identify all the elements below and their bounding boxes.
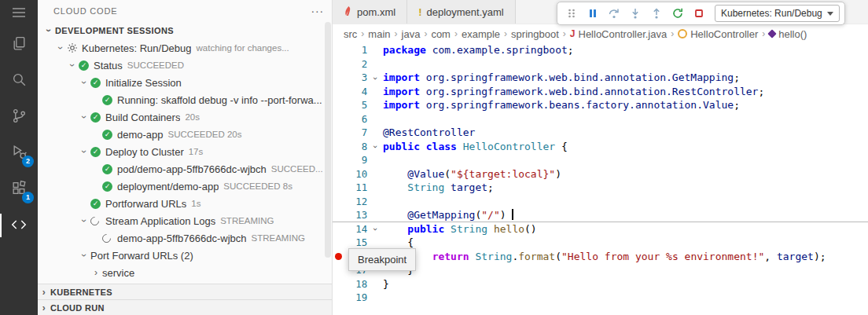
code-line-8[interactable]: 8›public class HelloController { <box>333 140 868 154</box>
breadcrumb-src[interactable]: src <box>344 28 357 40</box>
chevron-down-icon[interactable]: › <box>79 249 90 262</box>
line-number[interactable]: 14 <box>346 222 368 236</box>
menu-button[interactable] <box>0 0 38 27</box>
line-number[interactable]: 15 <box>346 236 368 250</box>
breadcrumb-com[interactable]: com <box>431 28 451 40</box>
code-line-14[interactable]: 14› public String hello() <box>333 222 868 236</box>
gutter[interactable]: 15 <box>333 236 383 250</box>
tree-item-deploy-to-cluster[interactable]: ›✓Deploy to Cluster17s <box>38 143 332 160</box>
sidebar-scrollbar[interactable] <box>325 22 331 258</box>
tree-item-port-forward-urls-2[interactable]: ›Port Forward URLs (2) <box>38 247 332 264</box>
tree-item-demo-app[interactable]: ✓demo-appSUCCEEDED 20s <box>38 126 332 143</box>
gutter[interactable]: 13 <box>333 208 383 222</box>
more-actions-icon[interactable]: ··· <box>311 5 324 17</box>
code-line-6[interactable]: 6 <box>333 112 868 126</box>
line-number[interactable]: 19 <box>346 291 368 305</box>
extensions-button[interactable]: 1 <box>0 171 38 207</box>
gutter[interactable]: 14› <box>333 222 383 236</box>
pause-button[interactable] <box>583 5 602 22</box>
code-line-18[interactable]: 18} <box>333 277 868 291</box>
line-number[interactable]: 5 <box>346 98 368 112</box>
line-number[interactable]: 4 <box>346 85 368 99</box>
code-editor[interactable]: Breakpoint 1package com.example.springbo… <box>333 43 868 315</box>
code-line-10[interactable]: 10 @Value("${target:local}") <box>333 167 868 181</box>
breadcrumb-hellocontroller-java[interactable]: JHelloController.java <box>570 28 667 40</box>
tree-item-service[interactable]: ›service <box>38 264 332 281</box>
tab-deployment-yaml[interactable]: ! deployment.yaml <box>407 0 516 24</box>
gutter[interactable]: 3› <box>333 71 383 85</box>
restart-button[interactable] <box>668 5 687 22</box>
tree-item-development-sessions[interactable]: ›DEVELOPMENT SESSIONS <box>38 22 332 39</box>
gutter[interactable]: 18 <box>333 277 383 291</box>
fold-chevron-icon[interactable]: › <box>367 222 383 236</box>
line-number[interactable]: 6 <box>346 112 368 126</box>
tree-item-demo-app-5ffb7666dc-wjbch[interactable]: demo-app-5ffb7666dc-wjbchSTREAMING <box>38 229 332 247</box>
line-number[interactable]: 7 <box>346 126 368 140</box>
line-number[interactable]: 1 <box>346 43 368 57</box>
tree-item-pod-demo-app-5ffb7666dc-wjbch[interactable]: ✓pod/demo-app-5ffb7666dc-wjbchSUCCEED... <box>38 160 332 178</box>
breadcrumb-main[interactable]: main <box>368 28 390 40</box>
chevron-down-icon[interactable]: › <box>79 145 90 158</box>
run-debug-button[interactable]: 2 <box>0 135 38 171</box>
line-number[interactable]: 9 <box>346 153 368 167</box>
gutter[interactable]: 9 <box>333 153 383 167</box>
breadcrumb-java[interactable]: java <box>402 28 421 40</box>
gutter[interactable]: 7 <box>333 126 383 140</box>
code-line-3[interactable]: 3›import org.springframework.web.bind.an… <box>333 71 868 85</box>
tree-item-initialize-session[interactable]: ›✓Initialize Session <box>38 74 332 91</box>
code-line-9[interactable]: 9 <box>333 153 868 167</box>
breadcrumb-springboot[interactable]: springboot <box>511 28 559 40</box>
chevron-down-icon[interactable]: › <box>55 42 66 54</box>
breadcrumb-example[interactable]: example <box>462 28 500 40</box>
chevron-down-icon[interactable]: › <box>79 76 90 89</box>
tree-item-status[interactable]: ›✓StatusSUCCEEDED <box>38 57 332 74</box>
chevron-down-icon[interactable]: › <box>79 214 90 227</box>
section-kubernetes[interactable]: › KUBERNETES <box>38 284 332 299</box>
line-number[interactable]: 11 <box>346 181 368 195</box>
toolbar-drag-handle[interactable] <box>562 5 581 22</box>
code-line-11[interactable]: 11 String target; <box>333 181 868 195</box>
tree-item-running-skaffold-debug-v-info-port-forwa[interactable]: ✓Running: skaffold debug -v info --port-… <box>38 91 332 108</box>
gutter[interactable]: 10 <box>333 167 383 181</box>
line-number[interactable]: 8 <box>346 140 368 154</box>
chevron-down-icon[interactable]: › <box>79 111 90 123</box>
chevron-down-icon[interactable]: › <box>43 24 54 37</box>
chevron-right-icon[interactable]: › <box>90 267 102 278</box>
code-line-2[interactable]: 2 <box>333 57 868 71</box>
fold-chevron-icon[interactable]: › <box>367 139 383 154</box>
line-number[interactable]: 3 <box>346 71 368 85</box>
source-control-button[interactable] <box>0 99 38 135</box>
gutter[interactable]: 5 <box>333 98 383 112</box>
step-into-button[interactable] <box>626 5 645 22</box>
gutter[interactable]: 2 <box>333 57 383 71</box>
breadcrumb-hellocontroller[interactable]: HelloController <box>678 28 758 40</box>
line-number[interactable]: 2 <box>346 57 368 71</box>
code-line-1[interactable]: 1package com.example.springboot; <box>333 43 868 57</box>
gutter[interactable]: 11 <box>333 181 383 195</box>
gutter[interactable]: 19 <box>333 291 383 305</box>
gutter[interactable]: 8› <box>333 140 383 154</box>
breakpoint-icon[interactable] <box>333 253 346 260</box>
step-over-button[interactable] <box>605 5 623 22</box>
line-number[interactable]: 13 <box>346 208 368 222</box>
explorer-button[interactable] <box>0 27 38 63</box>
chevron-down-icon[interactable]: › <box>67 59 78 71</box>
code-line-19[interactable]: 19 <box>333 291 868 305</box>
tree-item-kubernetes-run-debug[interactable]: ›Kubernetes: Run/Debugwatching for chang… <box>38 39 332 57</box>
line-number[interactable]: 10 <box>346 167 368 181</box>
debug-config-dropdown[interactable]: Kubernetes: Run/Debug <box>715 5 840 22</box>
code-line-5[interactable]: 5import org.springframework.beans.factor… <box>333 98 868 112</box>
tree-item-stream-application-logs[interactable]: ›Stream Application LogsSTREAMING <box>38 212 332 229</box>
code-line-15[interactable]: 15 { <box>333 236 868 250</box>
gutter[interactable]: 12 <box>333 195 383 209</box>
gutter[interactable]: 6 <box>333 112 383 126</box>
code-line-7[interactable]: 7@RestController <box>333 126 868 140</box>
line-number[interactable]: 18 <box>346 277 368 291</box>
breadcrumb-hello[interactable]: hello() <box>769 28 807 40</box>
tab-pom-xml[interactable]: pom.xml <box>333 0 407 24</box>
tree-item-build-containers[interactable]: ›✓Build Containers20s <box>38 108 332 126</box>
search-button[interactable] <box>0 63 38 99</box>
fold-chevron-icon[interactable]: › <box>367 71 383 86</box>
code-line-13[interactable]: 13 @GetMapping("/") <box>333 208 868 222</box>
gutter[interactable]: 4 <box>333 85 383 99</box>
